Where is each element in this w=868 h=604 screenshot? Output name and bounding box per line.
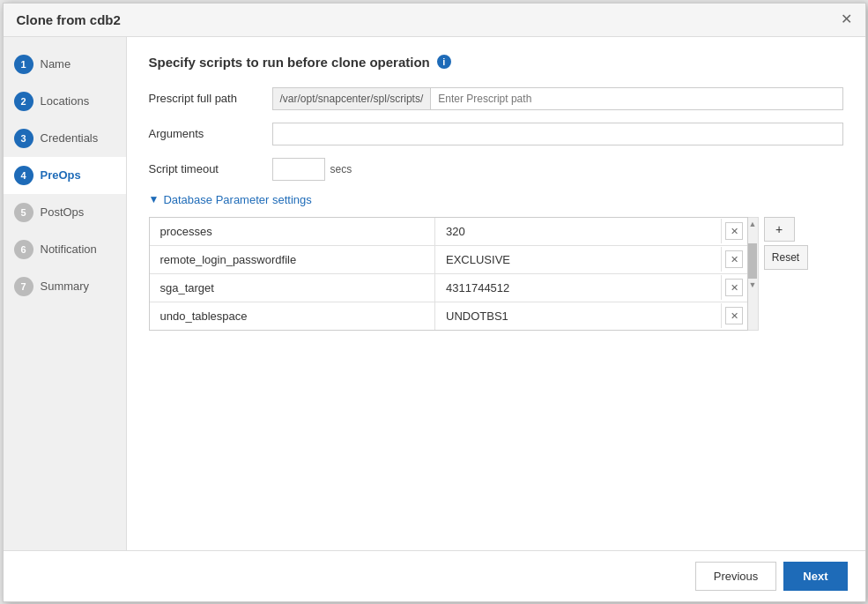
x-button-3[interactable]: ✕ — [725, 307, 743, 324]
prescript-label: Prescript full path — [149, 92, 263, 105]
x-button-1[interactable]: ✕ — [725, 250, 743, 268]
x-button-2[interactable]: ✕ — [725, 279, 743, 296]
scrollbar[interactable]: ▲ ▼ — [748, 217, 759, 331]
dialog-container: Clone from cdb2 ✕ 1 Name 2 Locations 3 C… — [3, 3, 866, 602]
db-param-label: Database Parameter settings — [163, 193, 311, 206]
param-name-2: sga_target — [150, 274, 436, 302]
sidebar-item-locations[interactable]: 2 Locations — [4, 83, 126, 120]
section-title: Specify scripts to run before clone oper… — [149, 55, 843, 70]
param-delete-3[interactable]: ✕ — [721, 303, 747, 328]
next-button[interactable]: Next — [783, 562, 847, 591]
sidebar-label-name: Name — [41, 57, 71, 71]
chevron-down-icon: ▼ — [149, 193, 160, 205]
param-row-2: sga_target 4311744512 ✕ — [150, 274, 747, 302]
scroll-up-icon[interactable]: ▲ — [749, 218, 757, 230]
sidebar-label-locations: Locations — [41, 94, 90, 108]
sidebar-label-preops: PreOps — [41, 168, 81, 182]
param-value-2: 4311744512 — [435, 274, 721, 302]
step-circle-6: 6 — [14, 240, 33, 259]
param-table: processes 320 ✕ remote_login_passwordfil… — [149, 217, 748, 331]
step-circle-3: 3 — [14, 129, 33, 148]
prescript-path-row: Prescript full path /var/opt/snapcenter/… — [149, 87, 843, 110]
sidebar-item-credentials[interactable]: 3 Credentials — [4, 120, 126, 157]
timeout-label: Script timeout — [149, 162, 263, 175]
param-row-0: processes 320 ✕ — [150, 218, 747, 246]
param-name-0: processes — [150, 218, 436, 245]
sidebar-item-summary[interactable]: 7 Summary — [4, 268, 126, 305]
sidebar-item-preops[interactable]: 4 PreOps — [4, 157, 126, 194]
param-value-3: UNDOTBS1 — [435, 302, 721, 330]
scrollbar-thumb[interactable] — [748, 243, 757, 279]
sidebar-label-summary: Summary — [41, 280, 90, 293]
param-table-wrapper: processes 320 ✕ remote_login_passwordfil… — [149, 217, 843, 331]
arguments-input[interactable] — [272, 123, 843, 145]
param-row-1: remote_login_passwordfile EXCLUSIVE ✕ — [150, 246, 747, 274]
param-delete-0[interactable]: ✕ — [721, 219, 747, 243]
add-param-button[interactable]: + — [764, 217, 795, 242]
secs-label: secs — [330, 163, 352, 175]
step-circle-4: 4 — [14, 166, 33, 185]
param-name-3: undo_tablespace — [150, 302, 436, 330]
dialog-header: Clone from cdb2 ✕ — [4, 4, 865, 37]
param-delete-2[interactable]: ✕ — [721, 275, 747, 300]
arguments-row: Arguments — [149, 123, 843, 145]
dialog-title: Clone from cdb2 — [17, 12, 121, 27]
sidebar: 1 Name 2 Locations 3 Credentials 4 PreOp… — [4, 37, 127, 550]
previous-button[interactable]: Previous — [695, 562, 777, 591]
scroll-down-icon[interactable]: ▼ — [749, 279, 757, 291]
reset-params-button[interactable]: Reset — [764, 245, 808, 270]
table-actions: + Reset — [764, 217, 808, 331]
sidebar-item-notification[interactable]: 6 Notification — [4, 231, 126, 268]
path-prefix: /var/opt/snapcenter/spl/scripts/ — [272, 87, 431, 110]
param-value-0: 320 — [435, 218, 721, 245]
prescript-input[interactable] — [430, 87, 842, 110]
x-button-0[interactable]: ✕ — [725, 222, 743, 240]
param-value-1: EXCLUSIVE — [435, 246, 721, 273]
timeout-container: 60 secs — [272, 158, 352, 181]
step-circle-5: 5 — [14, 203, 33, 222]
timeout-row: Script timeout 60 secs — [149, 158, 843, 181]
dialog-body: 1 Name 2 Locations 3 Credentials 4 PreOp… — [4, 37, 865, 550]
param-delete-1[interactable]: ✕ — [721, 247, 747, 272]
arguments-label: Arguments — [149, 127, 263, 140]
step-circle-7: 7 — [14, 277, 33, 296]
close-button[interactable]: ✕ — [841, 12, 852, 26]
step-circle-1: 1 — [14, 55, 33, 74]
sidebar-label-notification: Notification — [41, 242, 97, 256]
main-content: Specify scripts to run before clone oper… — [127, 37, 865, 550]
sidebar-item-postops[interactable]: 5 PostOps — [4, 194, 126, 231]
prescript-path-container: /var/opt/snapcenter/spl/scripts/ — [272, 87, 843, 110]
dialog-footer: Previous Next — [4, 550, 865, 601]
param-name-1: remote_login_passwordfile — [150, 246, 436, 273]
timeout-input[interactable]: 60 — [272, 158, 325, 181]
sidebar-label-credentials: Credentials — [41, 131, 99, 145]
info-icon: i — [437, 55, 451, 69]
param-row-3: undo_tablespace UNDOTBS1 ✕ — [150, 302, 747, 330]
sidebar-label-postops: PostOps — [41, 205, 85, 219]
db-param-link[interactable]: ▼ Database Parameter settings — [149, 193, 843, 206]
sidebar-item-name[interactable]: 1 Name — [4, 46, 126, 83]
step-circle-2: 2 — [14, 92, 33, 111]
